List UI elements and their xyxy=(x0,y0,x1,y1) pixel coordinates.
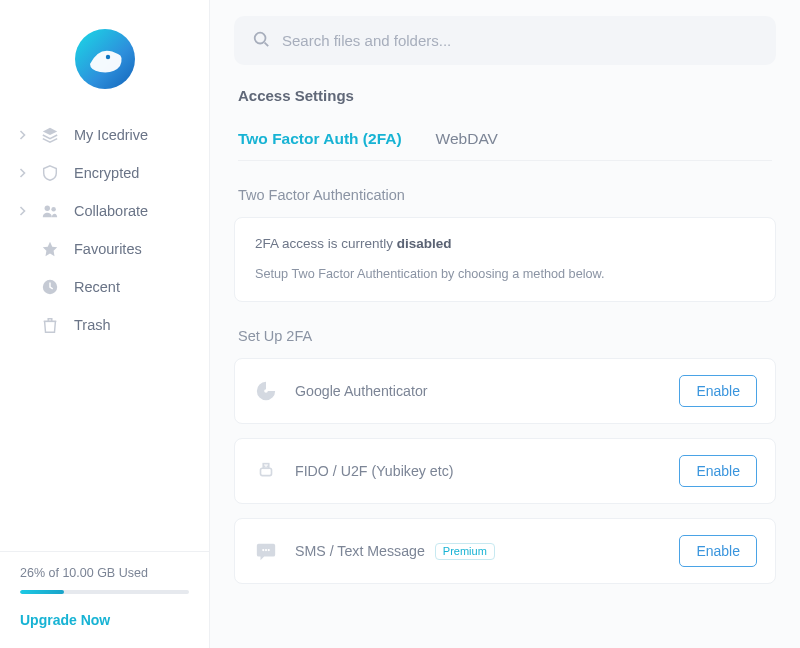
method-label: FIDO / U2F (Yubikey etc) xyxy=(295,463,663,479)
trash-icon xyxy=(40,316,60,334)
main: Search files and folders... Access Setti… xyxy=(210,0,800,648)
status-sub: Setup Two Factor Authentication by choos… xyxy=(255,267,755,281)
sidebar-item-label: Collaborate xyxy=(74,203,148,219)
method-label: SMS / Text Message Premium xyxy=(295,543,663,560)
layers-icon xyxy=(40,126,60,144)
tabs: Two Factor Auth (2FA) WebDAV xyxy=(238,130,772,161)
svg-point-5 xyxy=(255,33,266,44)
search-placeholder: Search files and folders... xyxy=(282,32,451,49)
people-icon xyxy=(40,202,60,220)
upgrade-link[interactable]: Upgrade Now xyxy=(0,598,209,648)
sidebar-item-my-icedrive[interactable]: My Icedrive xyxy=(10,116,199,154)
usb-key-icon xyxy=(253,458,279,484)
sidebar-item-label: Favourites xyxy=(74,241,142,257)
storage-label: 26% of 10.00 GB Used xyxy=(20,566,148,580)
svg-rect-6 xyxy=(261,468,272,475)
svg-point-11 xyxy=(265,549,267,551)
logo xyxy=(0,0,209,116)
sms-icon xyxy=(253,538,279,564)
chevron-right-icon xyxy=(18,206,26,216)
search-input[interactable]: Search files and folders... xyxy=(234,16,776,65)
google-authenticator-icon xyxy=(253,378,279,404)
sidebar: My Icedrive Encrypted Collaborate xyxy=(0,0,210,648)
premium-badge: Premium xyxy=(435,543,495,560)
status-prefix: 2FA access is currently xyxy=(255,236,397,251)
sidebar-item-label: Encrypted xyxy=(74,165,139,181)
sidebar-item-favourites[interactable]: Favourites xyxy=(10,230,199,268)
shield-icon xyxy=(40,164,60,182)
tab-2fa[interactable]: Two Factor Auth (2FA) xyxy=(238,130,402,148)
method-google-authenticator: Google Authenticator Enable xyxy=(234,358,776,424)
method-label: Google Authenticator xyxy=(295,383,663,399)
storage-bar xyxy=(20,590,189,594)
section-auth-label: Two Factor Authentication xyxy=(238,187,772,203)
enable-button[interactable]: Enable xyxy=(679,375,757,407)
sidebar-item-label: My Icedrive xyxy=(74,127,148,143)
status-card: 2FA access is currently disabled Setup T… xyxy=(234,217,776,302)
sidebar-item-label: Trash xyxy=(74,317,111,333)
svg-point-3 xyxy=(51,207,56,212)
clock-icon xyxy=(40,278,60,296)
page-title: Access Settings xyxy=(238,87,772,104)
status-line: 2FA access is currently disabled xyxy=(255,236,755,251)
nav: My Icedrive Encrypted Collaborate xyxy=(0,116,209,344)
sidebar-item-collaborate[interactable]: Collaborate xyxy=(10,192,199,230)
svg-point-12 xyxy=(268,549,270,551)
storage-fill xyxy=(20,590,64,594)
svg-point-1 xyxy=(105,55,109,59)
sidebar-item-recent[interactable]: Recent xyxy=(10,268,199,306)
tab-webdav[interactable]: WebDAV xyxy=(436,130,498,148)
chevron-right-icon xyxy=(18,168,26,178)
method-label-text: SMS / Text Message xyxy=(295,543,425,559)
method-sms: SMS / Text Message Premium Enable xyxy=(234,518,776,584)
enable-button[interactable]: Enable xyxy=(679,535,757,567)
sidebar-item-label: Recent xyxy=(74,279,120,295)
star-icon xyxy=(40,240,60,258)
logo-icon xyxy=(70,24,140,94)
chevron-right-icon xyxy=(18,130,26,140)
search-icon xyxy=(252,30,270,51)
enable-button[interactable]: Enable xyxy=(679,455,757,487)
sidebar-item-encrypted[interactable]: Encrypted xyxy=(10,154,199,192)
svg-point-2 xyxy=(45,206,50,211)
svg-point-10 xyxy=(262,549,264,551)
status-state: disabled xyxy=(397,236,452,251)
method-fido-u2f: FIDO / U2F (Yubikey etc) Enable xyxy=(234,438,776,504)
storage-meter: 26% of 10.00 GB Used xyxy=(0,551,209,598)
sidebar-item-trash[interactable]: Trash xyxy=(10,306,199,344)
section-setup-label: Set Up 2FA xyxy=(238,328,772,344)
